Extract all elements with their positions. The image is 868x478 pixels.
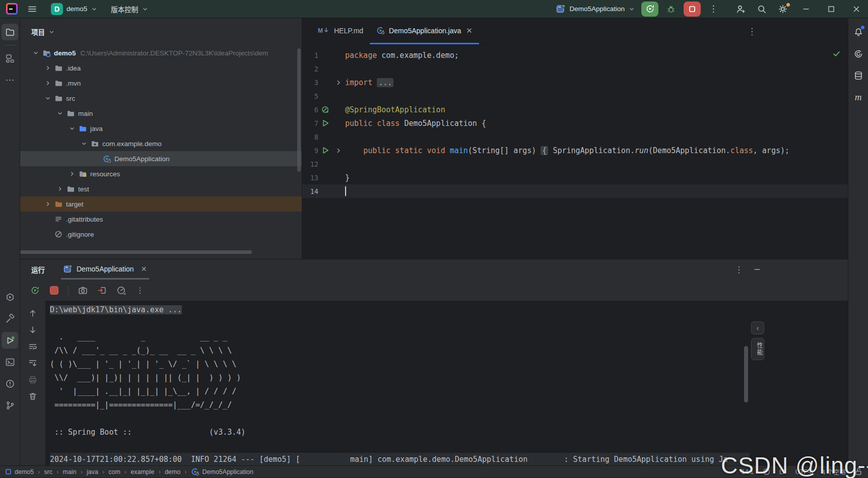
prev-occurrence-button[interactable] (26, 307, 39, 320)
breadcrumb-demo[interactable]: demo (165, 468, 180, 475)
stop-button[interactable] (684, 2, 701, 17)
services-toolwindow-button[interactable] (2, 289, 18, 305)
notifications-button[interactable] (850, 24, 866, 40)
expand-side-panel-button[interactable]: ‹ (751, 321, 764, 334)
breadcrumb-Demo5Application[interactable]: Demo5Application (191, 467, 253, 476)
lock-open-icon[interactable] (854, 467, 863, 476)
breadcrumb-src[interactable]: src (44, 468, 53, 475)
project-tree-horizontal-scrollbar[interactable] (20, 250, 252, 254)
tree-item-Demo5Application[interactable]: Demo5Application (20, 151, 302, 166)
code-line-5[interactable]: 5 (302, 89, 848, 103)
encoding[interactable]: UTF-8 (795, 468, 813, 475)
minimize-button[interactable] (794, 0, 818, 18)
terminal-toolwindow-button[interactable] (2, 354, 18, 370)
tree-item-.gitignore[interactable]: .gitignore (20, 227, 302, 242)
tree-item-.gitattributes[interactable]: .gitattributes (20, 212, 302, 227)
code-line-6[interactable]: 6@SpringBootApplication (302, 103, 848, 116)
more-toolwindows-button[interactable]: ⋯ (2, 72, 18, 88)
attach-debugger-button[interactable] (95, 284, 108, 297)
breadcrumb-java[interactable]: java (87, 468, 98, 475)
print-button[interactable] (26, 373, 39, 386)
tree-expand-chevron-icon[interactable] (43, 79, 52, 88)
code-line-2[interactable]: 2 (302, 62, 848, 76)
database-toolwindow-button[interactable] (850, 67, 866, 84)
problems-toolwindow-button[interactable] (2, 375, 18, 392)
code-line-8[interactable]: 8 (302, 130, 848, 144)
build-toolwindow-button[interactable] (2, 310, 18, 327)
settings-button[interactable] (774, 2, 791, 17)
console-more-button[interactable]: ⋮ (133, 284, 147, 297)
run-configuration-selector[interactable]: Demo5Application (553, 4, 638, 14)
tab-HELP.md[interactable]: MHELP.md (311, 18, 370, 44)
tree-expand-chevron-icon[interactable] (31, 48, 40, 57)
caret-position[interactable]: 14:1 (742, 468, 754, 475)
project-tree-vertical-scrollbar[interactable] (297, 48, 301, 172)
fold-region-icon[interactable] (336, 80, 342, 86)
close-button[interactable] (845, 0, 868, 18)
tree-item-resources[interactable]: resources (20, 166, 302, 181)
code-line-12[interactable]: 12 (302, 157, 848, 171)
code-line-14[interactable]: 14 (302, 184, 848, 198)
main-menu-button[interactable] (23, 2, 42, 16)
debug-button[interactable] (662, 2, 680, 17)
editor-code-area[interactable]: 1package com.example.demo;23import ...56… (302, 45, 848, 259)
run-panel-hide-button[interactable] (753, 265, 761, 274)
run-tab[interactable]: Demo5Application ✕ (61, 259, 149, 280)
structure-toolwindow-button[interactable] (2, 50, 18, 66)
clear-all-button[interactable] (26, 390, 39, 403)
tree-item-com.example.demo[interactable]: com.example.demo (20, 136, 302, 151)
profiler-button[interactable] (114, 284, 127, 297)
close-icon[interactable]: ✕ (141, 265, 147, 273)
soft-wrap-button[interactable] (26, 340, 39, 353)
maximize-button[interactable] (820, 0, 843, 18)
maven-toolwindow-button[interactable]: m (850, 89, 866, 105)
tree-item-src[interactable]: src (20, 91, 302, 106)
tree-item-demo5[interactable]: demo5C:\Users\Administrator.DESKTOP-72N3… (20, 45, 302, 60)
tree-expand-chevron-icon[interactable] (80, 139, 89, 148)
tree-expand-chevron-icon[interactable] (43, 199, 52, 209)
editor-tabs-more-button[interactable]: ⋮ (748, 18, 756, 44)
tree-item-java[interactable]: java (20, 121, 302, 136)
breadcrumb-main[interactable]: main (63, 468, 77, 475)
code-with-me-button[interactable] (732, 2, 749, 17)
git-toolwindow-button[interactable] (2, 397, 18, 414)
console-stop-button[interactable] (47, 284, 60, 297)
code-line-1[interactable]: 1package com.example.demo; (302, 48, 848, 62)
project-toolwindow-button[interactable] (2, 24, 18, 40)
search-everywhere-button[interactable] (753, 2, 770, 17)
more-actions-button[interactable]: ⋮ (705, 2, 722, 17)
spring-toolwindow-button[interactable] (850, 45, 866, 62)
code-line-7[interactable]: 7public class Demo5Application { (302, 116, 848, 130)
indent-setting[interactable]: 4 个空格 (822, 467, 846, 476)
tree-item-.mvn[interactable]: .mvn (20, 76, 302, 91)
highlight-level-icon[interactable] (762, 467, 771, 476)
project-panel-header[interactable]: 项目 (20, 18, 302, 45)
scroll-to-end-button[interactable] (26, 357, 39, 370)
console-scrollbar[interactable] (744, 346, 748, 402)
tab-Demo5Application.java[interactable]: Demo5Application.java✕ (370, 18, 479, 44)
breadcrumb-example[interactable]: example (130, 468, 154, 475)
tree-expand-chevron-icon[interactable] (43, 94, 52, 103)
performance-side-tab[interactable]: 性能 (751, 338, 764, 360)
tree-expand-chevron-icon[interactable] (55, 109, 64, 118)
run-panel-more-button[interactable]: ⋮ (735, 264, 743, 275)
code-line-9[interactable]: 9 public static void main(String[] args)… (302, 144, 848, 157)
tree-item-test[interactable]: test (20, 181, 302, 196)
code-line-3[interactable]: 3import ... (302, 76, 848, 89)
rerun-button[interactable] (641, 2, 658, 17)
code-line-13[interactable]: 13} (302, 171, 848, 184)
breadcrumb-demo5[interactable]: demo5 (5, 468, 34, 475)
next-occurrence-button[interactable] (26, 323, 39, 336)
line-ending[interactable]: LF (779, 468, 787, 475)
tree-item-target[interactable]: target (20, 196, 302, 212)
tree-expand-chevron-icon[interactable] (68, 124, 77, 133)
tree-expand-chevron-icon[interactable] (43, 63, 52, 73)
tree-item-.idea[interactable]: .idea (20, 60, 302, 76)
console-output[interactable]: D:\web\jdk17\bin\java.exe ... . ____ _ _… (45, 301, 848, 465)
tree-expand-chevron-icon[interactable] (68, 169, 77, 178)
inspection-status-widget[interactable] (832, 49, 841, 58)
console-rerun-button[interactable] (28, 284, 41, 297)
vcs-menu-button[interactable]: 版本控制 (107, 2, 153, 16)
close-tab-icon[interactable]: ✕ (466, 26, 473, 35)
tree-expand-chevron-icon[interactable] (55, 184, 64, 193)
